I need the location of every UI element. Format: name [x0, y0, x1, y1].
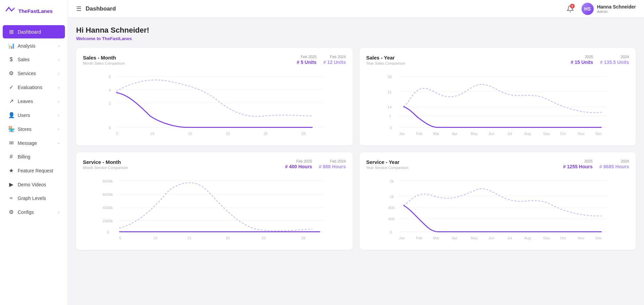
legend-year: 2024 [599, 159, 629, 163]
chevron-icon: › [58, 113, 59, 117]
chevron-icon: › [58, 99, 59, 103]
svg-text:Oct: Oct [560, 236, 566, 240]
svg-text:20: 20 [226, 132, 230, 136]
services-icon: ⚙ [8, 70, 14, 77]
svg-text:14: 14 [387, 105, 391, 109]
legend-year: Feb 2025 [285, 159, 312, 163]
chevron-icon: › [58, 71, 59, 75]
svg-text:Feb: Feb [416, 236, 422, 240]
chart-area: 2k 1k 800 400 0 Jan Feb M [366, 175, 629, 243]
feature-icon: ★ [8, 167, 14, 174]
svg-text:Jul: Jul [507, 132, 512, 136]
svg-text:Nov: Nov [578, 132, 585, 136]
notifications-button[interactable]: 3 [564, 3, 576, 15]
chart-area: 28 21 14 7 0 Jan Feb Mar [366, 71, 629, 139]
sidebar-item-stores[interactable]: 🏪 Stores › [3, 122, 65, 136]
chevron-icon: › [58, 57, 59, 62]
svg-text:Apr: Apr [452, 132, 458, 136]
sidebar-item-graph-levels[interactable]: ≈ Graph Levels [3, 192, 65, 205]
legend-2025: 2025 # 15 Units [571, 55, 593, 65]
sidebar-item-configs[interactable]: ⚙ Configs › [3, 205, 65, 219]
svg-text:1k: 1k [389, 194, 394, 199]
sidebar-item-evaluations[interactable]: ✓ Evaluations › [3, 81, 65, 94]
chart-header: Sales - Year Year Sales Comparison 2025 … [366, 55, 629, 65]
sidebar-item-services[interactable]: ⚙ Services › [3, 67, 65, 80]
sidebar-item-label: Leaves [18, 99, 33, 104]
sidebar-item-dashboard[interactable]: ⊞ Dashboard [3, 25, 65, 38]
svg-text:Oct: Oct [560, 132, 566, 136]
avatar: HS [581, 3, 594, 15]
sales-icon: $ [8, 56, 14, 63]
legend-2024: Feb 2024 # 888 Hours [319, 159, 346, 169]
chart-title: Service - Year [366, 159, 408, 165]
svg-text:Mar: Mar [433, 236, 439, 240]
svg-text:6000k: 6000k [103, 192, 113, 197]
sidebar-item-message[interactable]: ✉ Message › [3, 136, 65, 150]
svg-text:7: 7 [389, 115, 391, 119]
legend-value: # 5 Units [297, 60, 316, 65]
legend-year: Feb 2025 [297, 55, 316, 59]
chart-subtitle: Month Service Comparison [83, 166, 128, 170]
leaves-icon: ↗ [8, 98, 14, 104]
content-area: Hi Hanna Schneider! Welcome to TheFastLa… [68, 18, 644, 305]
sidebar-item-feature-request[interactable]: ★ Feature Request [3, 164, 65, 177]
chart-area: 6 4 2 0 5 10 15 20 25 [83, 71, 346, 139]
sidebar-item-label: Dashboard [18, 29, 41, 35]
chart-legend: 2025 # 15 Units 2024 # 135.5 Units [571, 55, 629, 65]
configs-icon: ⚙ [8, 209, 14, 215]
sidebar-item-leaves[interactable]: ↗ Leaves › [3, 95, 65, 108]
legend-2024: 2024 # 135.5 Units [600, 55, 629, 65]
logo[interactable]: TheFastLanes [0, 0, 68, 22]
chart-legend: 2025 # 1255 Hours 2024 # 8685 Hours [563, 159, 629, 169]
svg-text:Feb: Feb [416, 132, 422, 136]
page-title: Dashboard [86, 5, 116, 12]
sidebar-item-billing[interactable]: # Billing [3, 150, 65, 163]
user-menu[interactable]: HS Hanna Schneider Admin [581, 3, 636, 15]
svg-text:0: 0 [389, 126, 391, 130]
chart-area: 8000k 6000k 4000k 2000k 0 5 10 [83, 175, 346, 243]
legend-2025: Feb 2025 # 5 Units [297, 55, 316, 65]
svg-text:4: 4 [109, 88, 111, 92]
svg-text:28: 28 [301, 132, 305, 136]
sidebar-item-label: Feature Request [18, 168, 53, 173]
topbar: ☰ Dashboard 3 HS Hanna Schneider Admin [68, 0, 644, 18]
users-icon: 👤 [8, 112, 14, 118]
sidebar-item-label: Message [18, 140, 37, 146]
chart-legend: Feb 2025 # 5 Units Feb 2024 # 12 Units [297, 55, 346, 65]
sidebar: TheFastLanes ⊞ Dashboard 📊 Analysis › $ … [0, 0, 68, 305]
charts-grid: Sales - Month Month Sales Comparison Feb… [76, 48, 636, 250]
sidebar-item-label: Graph Levels [18, 196, 46, 201]
sidebar-item-users[interactable]: 👤 Users › [3, 108, 65, 122]
svg-text:10: 10 [150, 132, 154, 136]
sidebar-item-analysis[interactable]: 📊 Analysis › [3, 39, 65, 52]
greeting-title: Hi Hanna Schneider! [76, 26, 636, 35]
svg-text:Jan: Jan [399, 236, 405, 240]
svg-text:28: 28 [301, 236, 305, 240]
svg-text:2: 2 [109, 101, 111, 105]
legend-value: # 1255 Hours [563, 164, 593, 169]
menu-icon[interactable]: ☰ [76, 5, 82, 13]
svg-text:Jun: Jun [488, 132, 494, 136]
svg-text:8000k: 8000k [103, 179, 113, 183]
svg-text:Nov: Nov [578, 236, 585, 240]
sidebar-item-label: Billing [18, 154, 30, 159]
svg-text:Sep: Sep [543, 132, 550, 136]
chart-title-section: Service - Year Year Service Comparison [366, 159, 408, 170]
svg-text:20: 20 [226, 236, 230, 240]
sidebar-item-label: Users [18, 113, 30, 118]
sidebar-item-label: Demo Videos [18, 182, 46, 187]
svg-text:800: 800 [388, 206, 395, 210]
legend-2024: Feb 2024 # 12 Units [323, 55, 346, 65]
sidebar-nav: ⊞ Dashboard 📊 Analysis › $ Sales › ⚙ Ser… [0, 22, 68, 305]
sidebar-item-sales[interactable]: $ Sales › [3, 53, 65, 66]
chart-title-section: Service - Month Month Service Comparison [83, 159, 128, 170]
svg-text:Dec: Dec [595, 132, 602, 136]
sidebar-item-demo-videos[interactable]: ▶ Demo Videos [3, 178, 65, 191]
legend-year: Feb 2024 [323, 55, 346, 59]
svg-text:4000k: 4000k [103, 206, 113, 210]
chart-header: Service - Month Month Service Comparison… [83, 159, 346, 170]
service-month-chart: 8000k 6000k 4000k 2000k 0 5 10 [83, 175, 346, 243]
topbar-right: 3 HS Hanna Schneider Admin [564, 3, 636, 15]
legend-2025: Feb 2025 # 400 Hours [285, 159, 312, 169]
svg-text:5: 5 [116, 132, 118, 136]
